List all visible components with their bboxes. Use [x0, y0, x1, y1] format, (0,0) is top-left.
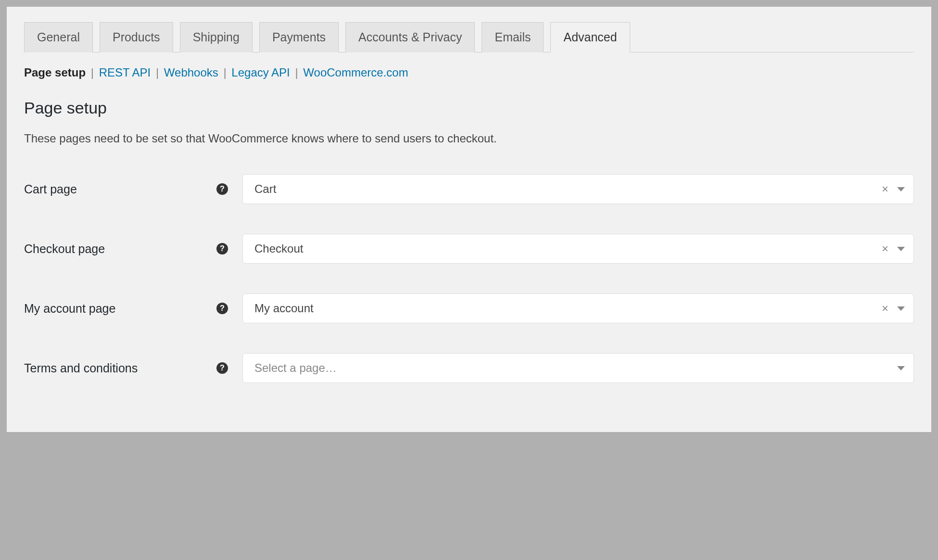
- subnav-webhooks[interactable]: Webhooks: [164, 66, 218, 79]
- settings-panel: General Products Shipping Payments Accou…: [7, 7, 931, 432]
- row-checkout-page: Checkout page ? Checkout ×: [24, 234, 914, 264]
- subnav-woocommerce-com[interactable]: WooCommerce.com: [303, 66, 408, 79]
- clear-icon[interactable]: ×: [882, 242, 888, 255]
- tab-advanced[interactable]: Advanced: [550, 22, 630, 52]
- tab-payments[interactable]: Payments: [259, 22, 339, 52]
- section-description: These pages need to be set so that WooCo…: [24, 132, 914, 145]
- label-terms-conditions: Terms and conditions: [24, 361, 216, 375]
- subnav-sep: |: [295, 66, 298, 79]
- tab-products[interactable]: Products: [100, 22, 173, 52]
- select-checkout-page[interactable]: Checkout ×: [242, 234, 914, 264]
- help-icon[interactable]: ?: [216, 303, 228, 314]
- tab-shipping[interactable]: Shipping: [180, 22, 253, 52]
- help-icon[interactable]: ?: [216, 243, 228, 255]
- tab-general[interactable]: General: [24, 22, 93, 52]
- label-my-account-page: My account page: [24, 302, 216, 316]
- sub-nav: Page setup | REST API | Webhooks | Legac…: [24, 66, 914, 79]
- clear-icon[interactable]: ×: [882, 302, 888, 315]
- label-checkout-page: Checkout page: [24, 242, 216, 256]
- select-terms-conditions[interactable]: Select a page…: [242, 353, 914, 383]
- row-terms-conditions: Terms and conditions ? Select a page…: [24, 353, 914, 383]
- clear-icon[interactable]: ×: [882, 182, 888, 196]
- tab-emails[interactable]: Emails: [482, 22, 544, 52]
- select-value: My account: [254, 302, 882, 315]
- chevron-down-icon[interactable]: [897, 306, 905, 311]
- subnav-sep: |: [156, 66, 159, 79]
- select-placeholder: Select a page…: [254, 361, 897, 375]
- chevron-down-icon[interactable]: [897, 187, 905, 191]
- subnav-page-setup[interactable]: Page setup: [24, 66, 86, 79]
- select-value: Cart: [254, 182, 882, 196]
- help-icon[interactable]: ?: [216, 362, 228, 374]
- subnav-rest-api[interactable]: REST API: [99, 66, 151, 79]
- tabs-bar: General Products Shipping Payments Accou…: [24, 22, 914, 52]
- chevron-down-icon[interactable]: [897, 366, 905, 370]
- section-title: Page setup: [24, 99, 914, 117]
- subnav-legacy-api[interactable]: Legacy API: [231, 66, 290, 79]
- subnav-sep: |: [91, 66, 94, 79]
- row-my-account-page: My account page ? My account ×: [24, 293, 914, 323]
- select-cart-page[interactable]: Cart ×: [242, 174, 914, 204]
- help-icon[interactable]: ?: [216, 183, 228, 195]
- select-my-account-page[interactable]: My account ×: [242, 293, 914, 323]
- subnav-sep: |: [223, 66, 226, 79]
- tab-accounts-privacy[interactable]: Accounts & Privacy: [345, 22, 475, 52]
- label-cart-page: Cart page: [24, 182, 216, 196]
- row-cart-page: Cart page ? Cart ×: [24, 174, 914, 204]
- chevron-down-icon[interactable]: [897, 247, 905, 251]
- select-value: Checkout: [254, 242, 882, 255]
